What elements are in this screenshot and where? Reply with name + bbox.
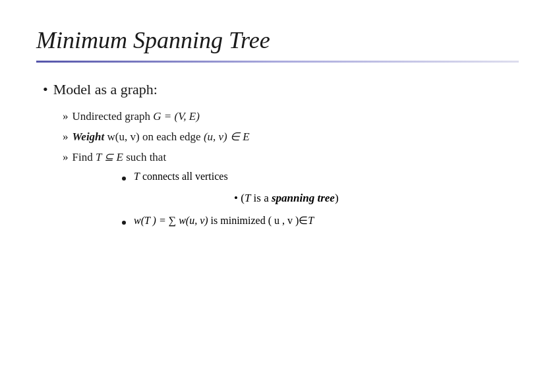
sub-bullet-2: » Weight w(u, v) on each edge (u, v) ∈ E (63, 130, 519, 144)
sub-sub-dot-1 (122, 177, 126, 181)
sub-bullet-3: » Find T ⊆ E such that (63, 150, 519, 164)
sub-bullet-1: » Undirected graph G = (V, E) (63, 110, 519, 123)
main-bullet-text: Model as a graph: (53, 81, 158, 98)
t-subset-e: T ⊆ E (96, 151, 123, 163)
sub-sub-bullet-1: T connects all vertices (122, 171, 519, 182)
sub-bullet-3-text: Find T ⊆ E such that (73, 150, 167, 164)
t-set: T (308, 215, 314, 226)
sub-sub-bullet-2: w(T ) = ∑ w(u, v) is minimized ( u , v )… (122, 214, 519, 227)
sub-sub-text-2: w(T ) = ∑ w(u, v) is minimized ( u , v )… (134, 214, 314, 227)
title-divider (36, 61, 519, 63)
slide: Minimum Spanning Tree • Model as a graph… (0, 0, 555, 392)
arrow-1: » (63, 110, 69, 123)
bullet-dot: • (43, 81, 48, 98)
arrow-3: » (63, 151, 69, 164)
sub-bullet-2-text: Weight w(u, v) on each edge (u, v) ∈ E (73, 130, 250, 144)
arrow-2: » (63, 130, 69, 144)
sub-bullets-container: » Undirected graph G = (V, E) » Weight w… (63, 110, 519, 227)
t-italic: T (134, 171, 140, 182)
t-note-italic: T (245, 192, 250, 204)
edge-notation: (u, v) ∈ E (204, 130, 250, 143)
sub-bullet-1-text: Undirected graph G = (V, E) (73, 110, 200, 123)
sub-sub-text-1: T connects all vertices (134, 171, 228, 182)
weight-label: Weight (73, 130, 105, 143)
graph-notation: G = (V, E) (153, 110, 200, 123)
main-bullet: • Model as a graph: (43, 81, 519, 98)
slide-content: • Model as a graph: » Undirected graph G… (36, 81, 519, 227)
spanning-tree-label: spanning tree (272, 192, 335, 204)
weight-formula: w(T ) = ∑ w(u, v) (134, 215, 208, 226)
sub-sub-dot-2 (122, 221, 126, 225)
spanning-tree-note: • (T is a spanning tree) (234, 192, 519, 205)
slide-title: Minimum Spanning Tree (36, 26, 519, 54)
